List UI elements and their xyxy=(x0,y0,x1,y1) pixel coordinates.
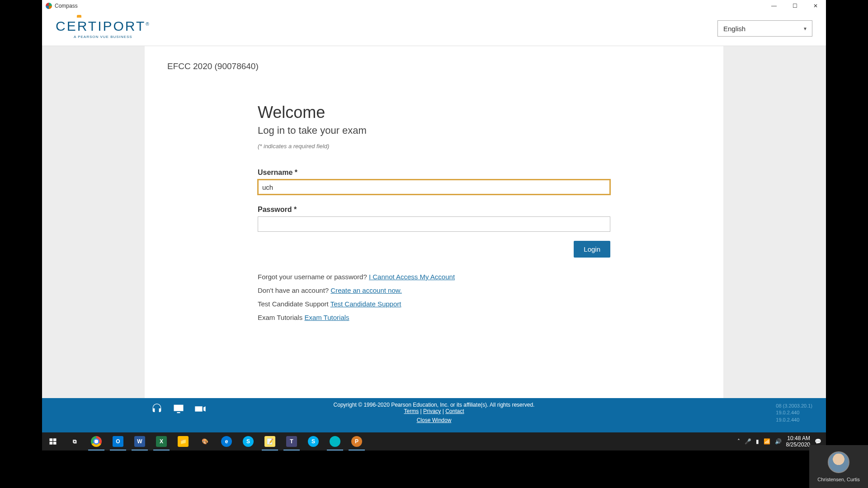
support-link[interactable]: Test Candidate Support xyxy=(330,300,401,308)
forgot-link[interactable]: I Cannot Access My Account xyxy=(369,273,455,281)
svg-rect-2 xyxy=(50,442,53,445)
excel-icon[interactable]: X xyxy=(151,432,172,450)
monitor-icon[interactable] xyxy=(172,403,185,417)
teams-icon[interactable]: T xyxy=(281,432,302,450)
terms-link[interactable]: Terms xyxy=(404,408,419,414)
required-note: (* indicates a required field) xyxy=(258,143,606,150)
skype-business-icon[interactable]: S xyxy=(302,432,324,450)
participant-name: Christensen, Curtis xyxy=(817,477,860,482)
compass-taskbar-icon[interactable]: P xyxy=(346,432,368,450)
chrome-icon[interactable] xyxy=(85,432,107,450)
svg-rect-0 xyxy=(50,438,53,441)
paint-icon[interactable]: 🎨 xyxy=(194,432,216,450)
support-prompt: Test Candidate Support xyxy=(258,300,330,308)
login-button[interactable]: Login xyxy=(574,241,610,258)
no-account-prompt: Don't have an account? xyxy=(258,286,330,294)
action-center-icon[interactable]: 💬 xyxy=(815,438,821,445)
window-title: Compass xyxy=(55,3,78,9)
app-icon xyxy=(46,3,52,9)
word-icon[interactable]: W xyxy=(129,432,151,450)
taskbar-clock[interactable]: 10:48 AM 8/25/2020 xyxy=(786,435,810,448)
minimize-button[interactable]: — xyxy=(764,0,784,11)
tray-wifi-icon[interactable]: 📶 xyxy=(764,438,770,445)
password-label: Password * xyxy=(258,206,606,214)
tray-battery-icon[interactable]: ▮ xyxy=(756,438,759,445)
logo-subtitle: A PEARSON VUE BUSINESS xyxy=(74,35,132,39)
maximize-button[interactable]: ☐ xyxy=(784,0,805,11)
tray-volume-icon[interactable]: 🔊 xyxy=(775,438,782,445)
testing-center-name: EFCC 2020 (90078640) xyxy=(167,61,606,71)
meeting-participant-tile: Christensen, Curtis xyxy=(809,445,868,488)
app-footer: Copyright © 1996-2020 Pearson Education,… xyxy=(42,398,826,432)
window-titlebar: Compass — ☐ ✕ xyxy=(42,0,826,11)
app-icon-1[interactable] xyxy=(324,432,346,450)
sticky-notes-icon[interactable]: 📝 xyxy=(259,432,281,450)
version-2: 19.0.2.440 xyxy=(776,409,812,416)
copyright-text: Copyright © 1996-2020 Pearson Education,… xyxy=(334,402,535,408)
forgot-prompt: Forgot your username or password? xyxy=(258,273,369,281)
headset-icon[interactable] xyxy=(151,403,163,417)
task-view-button[interactable]: ⧉ xyxy=(64,432,85,450)
certiport-logo: CERTIPORT® A PEARSON VUE BUSINESS xyxy=(56,19,151,39)
close-button[interactable]: ✕ xyxy=(805,0,826,11)
login-subheading: Log in to take your exam xyxy=(258,125,606,136)
version-3: 19.0.2.440 xyxy=(776,417,812,423)
projector-icon[interactable] xyxy=(194,403,207,417)
username-label: Username * xyxy=(258,169,606,177)
login-panel: EFCC 2020 (90078640) Welcome Log in to t… xyxy=(145,46,723,398)
svg-rect-3 xyxy=(53,442,57,445)
username-input[interactable] xyxy=(258,179,610,195)
create-account-link[interactable]: Create an account now. xyxy=(330,286,402,294)
app-header: CERTIPORT® A PEARSON VUE BUSINESS Englis… xyxy=(42,11,826,46)
tray-mic-icon[interactable]: 🎤 xyxy=(745,438,751,445)
contact-link[interactable]: Contact xyxy=(445,408,464,414)
windows-taskbar: ⧉ O W X 📁 🎨 e S 📝 T S P ˄ 🎤 ▮ 📶 🔊 10:48 … xyxy=(42,432,826,450)
welcome-heading: Welcome xyxy=(258,103,606,122)
edge-icon[interactable]: e xyxy=(216,432,237,450)
tutorials-prompt: Exam Tutorials xyxy=(258,314,304,321)
language-value: English xyxy=(723,25,745,33)
outlook-icon[interactable]: O xyxy=(107,432,129,450)
skype-icon[interactable]: S xyxy=(237,432,259,450)
file-explorer-icon[interactable]: 📁 xyxy=(172,432,194,450)
privacy-link[interactable]: Privacy xyxy=(423,408,441,414)
password-input[interactable] xyxy=(258,216,610,232)
start-button[interactable] xyxy=(42,432,64,450)
language-select[interactable]: English xyxy=(717,20,812,37)
close-window-link[interactable]: Close Window xyxy=(334,417,535,423)
tray-chevron-icon[interactable]: ˄ xyxy=(737,438,740,445)
svg-rect-1 xyxy=(53,438,57,441)
avatar xyxy=(828,451,849,473)
tutorials-link[interactable]: Exam Tutorials xyxy=(304,314,349,321)
version-1: 08 (3.2003.20.1) xyxy=(776,403,812,409)
